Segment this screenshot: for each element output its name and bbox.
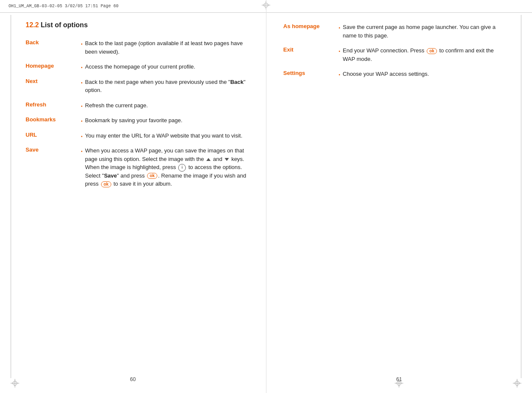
option-term-homepage: Homepage bbox=[26, 61, 81, 73]
option-term-bookmarks: Bookmarks bbox=[26, 115, 81, 126]
bullet-icon: • bbox=[81, 80, 83, 86]
option-desc-as-homepage: • Save the current page as home page lau… bbox=[339, 21, 507, 41]
spacer-row bbox=[283, 41, 507, 45]
table-row: Homepage • Access the homepage of your c… bbox=[26, 61, 249, 73]
option-desc-bookmarks: • Bookmark by saving your favorite page. bbox=[81, 115, 249, 126]
table-row: Bookmarks • Bookmark by saving your favo… bbox=[26, 115, 249, 126]
ok-button-exit: ok bbox=[427, 48, 437, 54]
spacer-row bbox=[26, 141, 249, 145]
table-row: URL • You may enter the URL for a WAP we… bbox=[26, 130, 249, 142]
section-number: 12.2 bbox=[26, 21, 39, 29]
bottom-crosshair-center bbox=[395, 379, 403, 389]
bullet-icon: • bbox=[81, 148, 83, 155]
arrow-down-icon bbox=[225, 158, 229, 161]
page-number-left: 60 bbox=[130, 376, 136, 382]
page-right: As homepage • Save the current page as h… bbox=[266, 0, 532, 393]
section-title: List of options bbox=[39, 21, 88, 29]
spacer-row bbox=[26, 73, 249, 76]
spacer-row bbox=[283, 65, 507, 68]
bullet-icon: • bbox=[81, 64, 83, 71]
spacer-row bbox=[26, 111, 249, 115]
page-spread: OH1_UM_AM_GB-03-02-05 3/02/05 17:51 Page… bbox=[0, 0, 532, 393]
option-desc-refresh: • Refresh the current page. bbox=[81, 100, 249, 112]
option-term-refresh: Refresh bbox=[26, 100, 81, 112]
arrow-up-icon bbox=[206, 158, 211, 161]
table-row: Save • When you access a WAP page, you c… bbox=[26, 145, 249, 190]
bullet-icon: • bbox=[339, 48, 341, 55]
table-row: Next • Back to the next page when you ha… bbox=[26, 76, 249, 96]
ok-button-icon: ok bbox=[147, 173, 157, 179]
bullet-icon: • bbox=[81, 41, 83, 47]
nav-button-icon: i bbox=[178, 164, 186, 172]
ok-button-icon-2: ok bbox=[101, 181, 111, 187]
option-term-exit: Exit bbox=[283, 45, 339, 65]
option-desc-homepage: • Access the homepage of your current pr… bbox=[81, 61, 249, 73]
spacer-row bbox=[26, 126, 249, 130]
bullet-icon: • bbox=[81, 133, 83, 140]
option-desc-next: • Back to the next page when you have pr… bbox=[81, 76, 249, 96]
page-left: 12.2 List of options Back • Back to the … bbox=[0, 0, 266, 393]
option-term-next: Next bbox=[26, 76, 81, 96]
option-term-save: Save bbox=[26, 145, 81, 190]
section-heading: 12.2 List of options bbox=[26, 21, 249, 29]
option-desc-save: • When you access a WAP page, you can sa… bbox=[81, 145, 249, 190]
bullet-icon: • bbox=[339, 25, 341, 31]
bottom-crosshair-right bbox=[513, 379, 521, 389]
table-row: Settings • Choose your WAP access settin… bbox=[283, 68, 507, 80]
table-row: Back • Back to the last page (option ava… bbox=[26, 37, 249, 57]
table-row: As homepage • Save the current page as h… bbox=[283, 21, 507, 41]
options-table-right: As homepage • Save the current page as h… bbox=[283, 21, 507, 80]
option-desc-settings: • Choose your WAP access settings. bbox=[339, 68, 507, 80]
option-term-as-homepage: As homepage bbox=[283, 21, 339, 41]
bottom-crosshair-left bbox=[11, 379, 19, 389]
table-row: Exit • End your WAP connection. Press ok… bbox=[283, 45, 507, 65]
table-row: Refresh • Refresh the current page. bbox=[26, 100, 249, 112]
options-table-left: Back • Back to the last page (option ava… bbox=[26, 37, 249, 190]
bullet-icon: • bbox=[81, 103, 83, 109]
option-term-back: Back bbox=[26, 37, 81, 57]
option-term-settings: Settings bbox=[283, 68, 339, 80]
spacer-row bbox=[26, 96, 249, 100]
option-term-url: URL bbox=[26, 130, 81, 142]
bullet-icon: • bbox=[81, 118, 83, 124]
option-desc-back: • Back to the last page (option availabl… bbox=[81, 37, 249, 57]
option-desc-exit: • End your WAP connection. Press ok to c… bbox=[339, 45, 507, 65]
spacer-row bbox=[26, 57, 249, 61]
bullet-icon: • bbox=[339, 72, 341, 78]
option-desc-url: • You may enter the URL for a WAP websit… bbox=[81, 130, 249, 142]
